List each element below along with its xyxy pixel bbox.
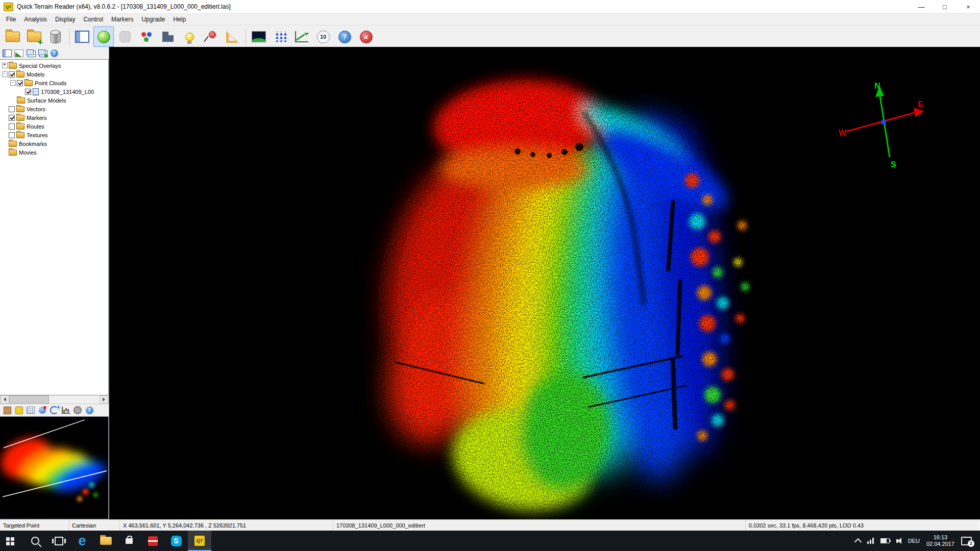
tree-surface-models[interactable]: Surface Models — [0, 96, 108, 105]
menu-upgrade[interactable]: Upgrade — [137, 14, 169, 24]
scrollbar-thumb[interactable] — [9, 395, 49, 404]
store-button[interactable] — [117, 531, 141, 551]
tree-bookmarks[interactable]: Bookmarks — [0, 139, 108, 148]
tree-models[interactable]: Models — [0, 70, 108, 79]
tree-checkbox[interactable] — [9, 115, 15, 121]
point-display-button[interactable] — [270, 27, 290, 47]
tree-hscrollbar[interactable] — [0, 395, 109, 404]
exit-button[interactable]: × — [356, 27, 376, 47]
registration-button[interactable] — [158, 27, 178, 47]
scroll-left-button[interactable] — [1, 395, 9, 404]
select-tool-button[interactable] — [2, 405, 12, 415]
overview-help-button[interactable]: ? — [84, 405, 94, 415]
tree-expander[interactable] — [2, 115, 8, 120]
edge-button[interactable]: e — [70, 531, 94, 551]
refresh-view-button[interactable] — [49, 405, 59, 415]
tree-special-overlays[interactable]: Special Overlays — [0, 61, 108, 70]
copy-view-button[interactable] — [37, 48, 47, 58]
tree-expander[interactable] — [18, 89, 24, 94]
paint-tool-button[interactable] — [14, 405, 24, 415]
tree-expander[interactable] — [2, 63, 8, 68]
toggle-chart-button[interactable] — [14, 48, 24, 58]
settings-tool-button[interactable] — [72, 405, 83, 415]
tray-expand-icon[interactable] — [854, 538, 862, 545]
minimize-button[interactable]: — — [910, 0, 933, 13]
tree-checkbox[interactable] — [9, 132, 15, 138]
tree-checkbox[interactable] — [25, 89, 31, 95]
taskbar: e S — [0, 531, 980, 551]
menu-analysis[interactable]: Analysis — [20, 14, 51, 24]
task-view-button[interactable] — [47, 531, 70, 551]
north-south-axis — [879, 93, 890, 157]
panel-tool-icon — [27, 407, 35, 414]
notification-center-icon[interactable]: 2 — [961, 537, 972, 545]
tree-item-label: Models — [27, 71, 44, 78]
taskbar-clock[interactable]: 16:13 02.04.2017 — [926, 534, 954, 547]
import-database-button[interactable] — [45, 27, 66, 47]
tree-routes[interactable]: Routes — [0, 122, 108, 131]
tree-checkbox[interactable] — [9, 106, 15, 112]
tree-expander[interactable] — [2, 132, 8, 138]
scrollbar-track[interactable] — [9, 395, 100, 404]
toggle-panels-button[interactable] — [2, 48, 12, 58]
export-view-button[interactable] — [26, 48, 36, 58]
scroll-right-button[interactable] — [100, 395, 108, 404]
panel-help-button[interactable]: ? — [49, 48, 59, 58]
tree-point-clouds[interactable]: Point Clouds — [0, 79, 108, 87]
menu-markers[interactable]: Markers — [107, 14, 137, 24]
search-button[interactable] — [23, 531, 47, 551]
tree-expander[interactable] — [2, 71, 8, 77]
help-button[interactable]: ? — [334, 27, 355, 47]
tree-expander[interactable] — [10, 80, 16, 86]
maximize-button[interactable]: □ — [933, 0, 957, 13]
tree-markers[interactable]: Markers — [0, 113, 108, 122]
menu-display[interactable]: Display — [51, 14, 79, 24]
tree-checkbox[interactable] — [9, 123, 15, 130]
close-button[interactable]: × — [957, 0, 980, 13]
tree-checkbox[interactable] — [9, 71, 15, 78]
tree-expander[interactable] — [2, 141, 8, 146]
globe-tool-button[interactable] — [37, 405, 47, 415]
grid-tool-button[interactable] — [26, 405, 36, 415]
tree-vectors[interactable]: Vectors — [0, 105, 108, 113]
network-icon[interactable] — [867, 538, 874, 544]
open-button[interactable] — [3, 27, 23, 47]
pan-mode-button[interactable] — [115, 27, 135, 47]
menu-file[interactable]: File — [2, 14, 20, 24]
tree-las-file[interactable]: 170308_131409_L00 — [0, 87, 108, 96]
quick-terrain-button[interactable]: QT — [188, 531, 211, 551]
tree-expander[interactable] — [2, 149, 8, 155]
file-explorer-button[interactable] — [94, 531, 117, 551]
lighting-button[interactable] — [179, 27, 200, 47]
volume-icon[interactable] — [896, 538, 901, 544]
skype-button[interactable]: S — [164, 531, 188, 551]
start-button[interactable] — [0, 531, 23, 551]
tree-expander[interactable] — [10, 97, 16, 103]
marker-button[interactable] — [201, 27, 221, 47]
navigate-mode-button[interactable] — [93, 27, 114, 47]
language-indicator[interactable]: DEU — [908, 538, 920, 544]
profile-button[interactable] — [291, 27, 312, 47]
panel-tool-icon — [50, 406, 58, 414]
tree-textures[interactable]: Textures — [0, 131, 108, 139]
color-mode-button[interactable] — [136, 27, 157, 47]
add-data-button[interactable]: + — [24, 27, 44, 47]
compass-east-label: E — [918, 100, 923, 109]
layout-button[interactable] — [72, 27, 92, 47]
system-tray: DEU 16:13 02.04.2017 2 — [849, 531, 980, 551]
tree-item-icon — [9, 141, 17, 147]
stats-tool-button[interactable] — [61, 405, 71, 415]
measure-button[interactable] — [222, 27, 242, 47]
menu-control[interactable]: Control — [79, 14, 107, 24]
battery-icon[interactable] — [880, 538, 890, 543]
viewport-3d[interactable]: N E W S — [109, 47, 980, 519]
lod-button[interactable]: 10 — [313, 27, 333, 47]
snapshot-button[interactable] — [249, 27, 269, 47]
menu-help[interactable]: Help — [169, 14, 190, 24]
media-app-button[interactable] — [141, 531, 164, 551]
overview-minimap[interactable] — [0, 416, 109, 519]
tree-movies[interactable]: Movies — [0, 148, 108, 157]
tree-expander[interactable] — [2, 106, 8, 112]
tree-expander[interactable] — [2, 123, 8, 129]
tree-checkbox[interactable] — [17, 80, 23, 86]
